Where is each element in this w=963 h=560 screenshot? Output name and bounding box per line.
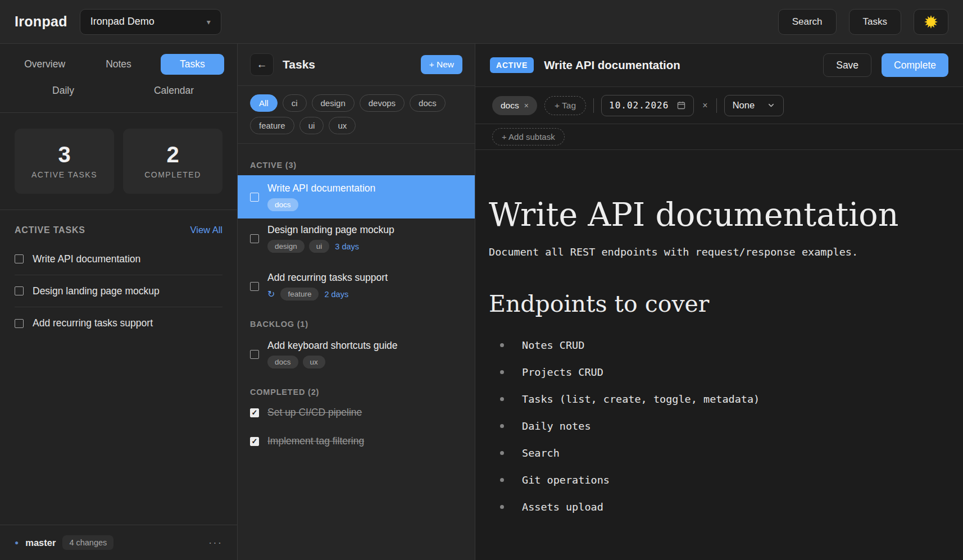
nav-item-calendar[interactable]: Calendar [148, 80, 199, 101]
sidebar-task-label: Add recurring tasks support [33, 317, 153, 329]
due-label: 3 days [335, 242, 359, 251]
bullet-text: Search [522, 447, 560, 459]
checkbox-unchecked-icon[interactable] [15, 319, 24, 328]
stat-label: ACTIVE TASKS [31, 170, 97, 179]
sidebar-task-row[interactable]: Write API documentation [15, 243, 222, 275]
subtask-bar: + Add subtask [475, 124, 963, 150]
filter-chip-design[interactable]: design [312, 94, 355, 112]
task-list: ACTIVE (3) Write API documentation docs … [238, 144, 475, 560]
project-selector[interactable]: Ironpad Demo ▾ [80, 9, 221, 35]
sidebar-task-label: Write API documentation [33, 253, 140, 265]
search-button[interactable]: Search [778, 9, 837, 35]
task-row-completed[interactable]: ✓ Set up CI/CD pipeline [238, 402, 475, 423]
save-button[interactable]: Save [823, 53, 871, 77]
bullet-icon [500, 343, 504, 347]
status-badge: ACTIVE [490, 57, 534, 73]
bullet-icon [500, 397, 504, 401]
task-row[interactable]: Add keyboard shortcuts guide docs ux [238, 334, 475, 374]
sidebar-task-label: Design landing page mockup [33, 285, 160, 297]
bullet-icon [500, 451, 504, 455]
nav-row-2: Daily Calendar [8, 80, 229, 101]
add-subtask-button[interactable]: + Add subtask [492, 128, 565, 145]
task-row-completed[interactable]: ✓ Implement tag filtering [238, 431, 475, 452]
checkbox-checked-icon[interactable]: ✓ [250, 408, 259, 417]
due-date-input[interactable]: 10.02.2026 [601, 95, 694, 116]
task-row[interactable]: Add recurring tasks support ↻ feature 2 … [238, 266, 475, 306]
divider [593, 98, 594, 113]
recurring-icon: ↻ [267, 289, 275, 299]
task-list-header: ← Tasks + New [238, 44, 475, 86]
branch-name: master [25, 538, 56, 548]
filter-chip-devops[interactable]: devops [360, 94, 405, 112]
theme-toggle-button[interactable] [914, 9, 948, 35]
bullet-icon [500, 505, 504, 509]
bullet-icon [500, 478, 504, 482]
list-item: Search [489, 440, 941, 467]
checkbox-unchecked-icon[interactable] [250, 282, 259, 291]
checkbox-unchecked-icon[interactable] [15, 286, 24, 295]
stat-value: 2 [166, 143, 179, 166]
detail-header: ACTIVE Write API documentation Save Comp… [475, 44, 963, 87]
nav-item-notes[interactable]: Notes [100, 54, 137, 75]
branch-dot-icon: ● [15, 539, 19, 546]
tag-chip-docs[interactable]: docs × [492, 96, 537, 115]
checkbox-checked-icon[interactable]: ✓ [250, 437, 259, 446]
filter-chip-feature[interactable]: feature [250, 117, 294, 134]
changes-badge[interactable]: 4 changes [62, 535, 113, 550]
section-heading-active: ACTIVE (3) [238, 161, 475, 170]
overflow-menu-icon[interactable]: ··· [208, 536, 222, 549]
stat-label: COMPLETED [144, 170, 201, 179]
filter-chip-all[interactable]: All [250, 94, 278, 112]
new-task-button[interactable]: + New [421, 55, 462, 74]
git-status-bar: ● master 4 changes ··· [0, 525, 237, 560]
add-tag-button[interactable]: + Tag [544, 96, 586, 115]
task-title-completed: Set up CI/CD pipeline [267, 407, 362, 418]
clear-date-icon[interactable]: × [701, 101, 708, 111]
checkbox-unchecked-icon[interactable] [250, 350, 259, 359]
priority-select[interactable]: None [724, 95, 784, 116]
task-title: Write API documentation [267, 183, 375, 194]
tasks-button[interactable]: Tasks [849, 9, 901, 35]
stat-value: 3 [58, 143, 70, 166]
nav-item-daily[interactable]: Daily [47, 80, 80, 101]
sidebar-task-row[interactable]: Design landing page mockup [15, 275, 222, 307]
document-bullet-list: Notes CRUD Projects CRUD Tasks (list, cr… [489, 332, 941, 521]
calendar-icon[interactable] [676, 101, 686, 110]
sidebar-nav: Overview Notes Tasks Daily Calendar [0, 44, 237, 112]
bullet-text: Daily notes [522, 420, 591, 432]
filter-chip-ci[interactable]: ci [283, 94, 307, 112]
view-all-link[interactable]: View All [190, 225, 222, 235]
filter-chip-ui[interactable]: ui [299, 117, 324, 134]
list-item: Tasks (list, create, toggle, metadata) [489, 386, 941, 413]
active-tasks-heading: ACTIVE TASKS [15, 225, 85, 235]
left-sidebar: Overview Notes Tasks Daily Calendar 3 AC… [0, 44, 238, 560]
nav-item-tasks[interactable]: Tasks [161, 54, 224, 75]
stats-cards: 3 ACTIVE TASKS 2 COMPLETED [0, 113, 237, 210]
remove-tag-icon[interactable]: × [524, 101, 529, 110]
bullet-text: Assets upload [522, 501, 603, 513]
filter-chip-docs[interactable]: docs [410, 94, 446, 112]
checkbox-unchecked-icon[interactable] [250, 193, 259, 202]
app-logo: Ironpad [15, 13, 67, 30]
checkbox-unchecked-icon[interactable] [250, 234, 259, 243]
list-item: Projects CRUD [489, 359, 941, 386]
due-label: 2 days [324, 290, 348, 299]
add-tag-label: + Tag [555, 101, 576, 111]
sidebar-task-row[interactable]: Add recurring tasks support [15, 307, 222, 339]
task-detail-panel: ACTIVE Write API documentation Save Comp… [475, 44, 963, 560]
task-document: Write API documentation Document all RES… [475, 150, 963, 560]
bullet-text: Notes CRUD [522, 339, 584, 351]
task-row[interactable]: Design landing page mockup design ui 3 d… [238, 218, 475, 258]
bullet-icon [500, 424, 504, 428]
tag-pill-docs: docs [267, 198, 298, 211]
task-row-selected[interactable]: Write API documentation docs [238, 175, 475, 218]
priority-select-value: None [733, 100, 755, 111]
task-title: Design landing page mockup [267, 224, 394, 236]
back-button[interactable]: ← [250, 53, 274, 76]
new-task-button-label: + New [429, 60, 454, 70]
nav-item-overview[interactable]: Overview [19, 54, 71, 75]
checkbox-unchecked-icon[interactable] [15, 254, 24, 263]
bullet-icon [500, 370, 504, 374]
filter-chip-ux[interactable]: ux [329, 117, 356, 134]
complete-button[interactable]: Complete [882, 53, 948, 77]
